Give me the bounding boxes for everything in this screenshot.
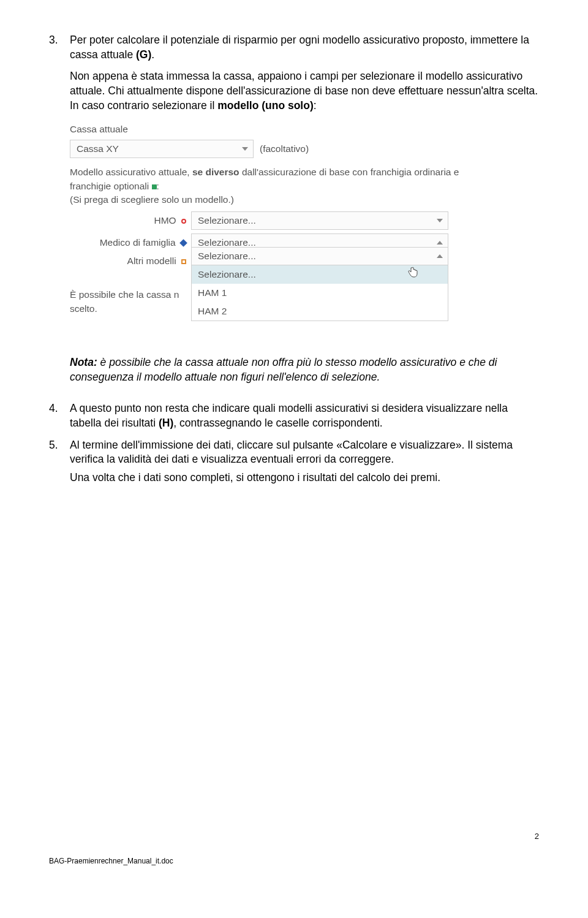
cassa-select[interactable]: Cassa XY bbox=[70, 140, 254, 158]
option-label: HAM 2 bbox=[198, 306, 227, 316]
chevron-down-icon bbox=[242, 147, 248, 151]
nota-text: è possibile che la cassa attuale non off… bbox=[70, 356, 497, 383]
list-item-5: 5. Al termine dell'immissione dei dati, … bbox=[49, 438, 539, 489]
chevron-up-icon bbox=[437, 241, 443, 245]
list-item-3: 3. Per poter calcolare il potenziale di … bbox=[49, 33, 539, 66]
list-body: Al termine dell'immissione dei dati, cli… bbox=[70, 438, 539, 489]
orange-square-icon bbox=[181, 259, 186, 264]
list-body: Per poter calcolare il potenziale di ris… bbox=[70, 33, 539, 66]
text: HMO bbox=[154, 215, 176, 226]
chevron-up-icon bbox=[437, 254, 443, 258]
ref-g: (G) bbox=[136, 48, 151, 61]
text: Modello assicurativo attuale, bbox=[70, 167, 192, 177]
text: , contrassegnando le caselle corrisponde… bbox=[173, 417, 382, 429]
form-note: (Si prega di scegliere solo un modello.) bbox=[70, 194, 480, 205]
red-circle-icon bbox=[181, 219, 186, 224]
label-hmo: HMO bbox=[70, 215, 191, 226]
hmo-select[interactable]: Selezionare... bbox=[191, 211, 448, 230]
text: Altri modelli bbox=[127, 256, 176, 266]
select-placeholder: Selezionare... bbox=[198, 251, 256, 262]
form-heading: Cassa attuale bbox=[70, 124, 480, 135]
form-description: Modello assicurativo attuale, se diverso… bbox=[70, 165, 480, 193]
truncated-text: È possibile che la cassa n scelto. bbox=[70, 288, 189, 316]
dropdown-option-ham1[interactable]: HAM 1 bbox=[192, 284, 448, 302]
ref-h: (H) bbox=[159, 417, 173, 429]
list-item-4: 4. A questo punto non resta che indicare… bbox=[49, 401, 539, 434]
select-placeholder: Selezionare... bbox=[198, 215, 256, 226]
cassa-value: Cassa XY bbox=[77, 143, 119, 154]
text-bold: modello (uno solo) bbox=[217, 99, 314, 112]
text: scelto. bbox=[70, 303, 97, 314]
paragraph: Non appena è stata immessa la cassa, app… bbox=[70, 69, 539, 113]
text: Una volta che i dati sono completi, si o… bbox=[70, 471, 440, 484]
dropdown-option-selezionare[interactable]: Selezionare... bbox=[192, 265, 448, 284]
altri-dropdown: Selezionare... Selezionare... HAM 1 HAM bbox=[191, 247, 448, 321]
text: : bbox=[314, 99, 317, 112]
doc-filename: BAG-Praemienrechner_Manual_it.doc bbox=[49, 857, 539, 865]
list-body: A questo punto non resta che indicare qu… bbox=[70, 401, 539, 434]
option-label: HAM 1 bbox=[198, 287, 227, 298]
cursor-hand-icon bbox=[407, 267, 418, 282]
text: : bbox=[157, 181, 159, 191]
text: Medico di famiglia bbox=[100, 237, 176, 248]
text: Al termine dell'immissione dei dati, cli… bbox=[70, 439, 513, 466]
dropdown-option-ham2[interactable]: HAM 2 bbox=[192, 302, 448, 321]
label-altri: Altri modelli bbox=[70, 256, 191, 267]
label-medico: Medico di famiglia bbox=[70, 237, 191, 248]
row-cassa: Cassa XY (facoltativo) bbox=[70, 140, 480, 158]
nota-label: Nota: bbox=[70, 356, 97, 368]
text-bold: se diverso bbox=[192, 167, 239, 177]
row-hmo: HMO Selezionare... bbox=[70, 211, 480, 230]
list-number: 5. bbox=[49, 438, 70, 489]
option-label: Selezionare... bbox=[198, 269, 256, 279]
page-footer: 2 BAG-Praemienrechner_Manual_it.doc bbox=[49, 832, 539, 865]
facoltativo-label: (facoltativo) bbox=[260, 143, 309, 154]
nota-block: Nota: è possibile che la cassa attuale n… bbox=[70, 355, 539, 384]
green-square-icon bbox=[152, 184, 157, 189]
list-number: 4. bbox=[49, 401, 70, 434]
blue-diamond-icon bbox=[179, 240, 187, 248]
form-screenshot: Cassa attuale Cassa XY (facoltativo) Mod… bbox=[70, 124, 480, 321]
page-number: 2 bbox=[49, 832, 539, 841]
altri-select[interactable]: Selezionare... bbox=[191, 247, 448, 265]
dropdown-list: Selezionare... HAM 1 HAM 2 bbox=[191, 265, 448, 321]
text: È possibile che la cassa n bbox=[70, 289, 179, 300]
chevron-down-icon bbox=[437, 219, 443, 222]
list-number: 3. bbox=[49, 33, 70, 66]
text: . bbox=[151, 48, 154, 61]
